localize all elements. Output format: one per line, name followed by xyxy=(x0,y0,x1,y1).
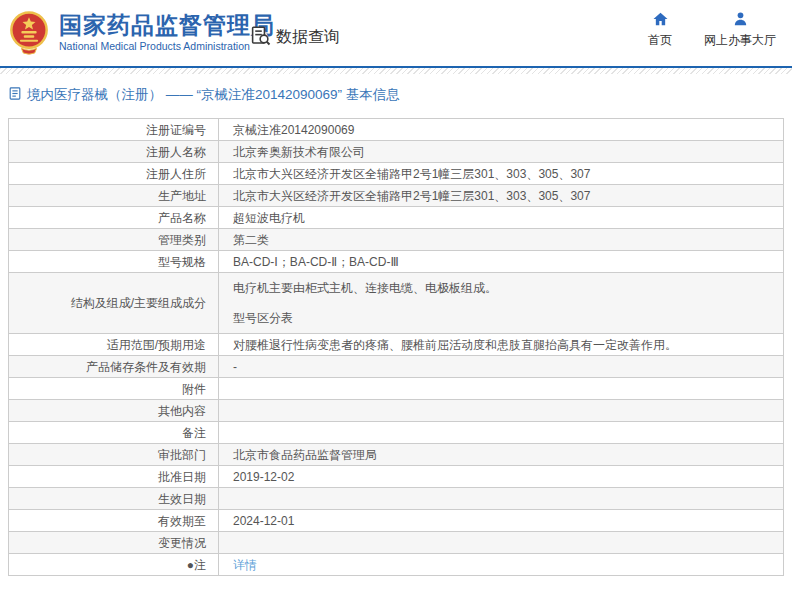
row-label: 生效日期 xyxy=(9,488,219,510)
table-row: 其他内容 xyxy=(9,400,784,422)
site-header: 国家药品监督管理局 National Medical Products Admi… xyxy=(0,0,792,66)
row-value: 第二类 xyxy=(219,229,784,251)
row-value: - xyxy=(219,356,784,378)
nav-home[interactable]: 首页 xyxy=(648,11,672,49)
table-row: 批准日期2019-12-02 xyxy=(9,466,784,488)
national-emblem-logo xyxy=(8,8,50,56)
document-search-icon xyxy=(250,25,271,50)
row-value: 2024-12-01 xyxy=(219,510,784,532)
row-label: 结构及组成/主要组成成分 xyxy=(9,273,219,334)
row-label: 备注 xyxy=(9,422,219,444)
row-label: 产品储存条件及有效期 xyxy=(9,356,219,378)
table-row: 审批部门北京市食品药品监督管理局 xyxy=(9,444,784,466)
table-row: 产品储存条件及有效期- xyxy=(9,356,784,378)
row-value: 电疗机主要由柜式主机、连接电缆、电极板组成。型号区分表 xyxy=(219,273,784,334)
table-row: 注册人住所北京市大兴区经济开发区全辅路甲2号1幢三层301、303、305、30… xyxy=(9,163,784,185)
row-value: 北京奔奥新技术有限公司 xyxy=(219,141,784,163)
table-row: 产品名称超短波电疗机 xyxy=(9,207,784,229)
site-title: 国家药品监督管理局 xyxy=(59,12,275,38)
table-row: ●注详情 xyxy=(9,554,784,576)
row-label: 注册证编号 xyxy=(9,119,219,141)
row-value: BA-CD-Ⅰ；BA-CD-Ⅱ；BA-CD-Ⅲ xyxy=(219,251,784,273)
header-nav: 首页 网上办事大厅 xyxy=(648,11,776,49)
row-label: 有效期至 xyxy=(9,510,219,532)
nav-service-hall-label: 网上办事大厅 xyxy=(704,32,776,49)
row-value-line: 型号区分表 xyxy=(233,310,775,326)
row-value: 详情 xyxy=(219,554,784,576)
table-row: 变更情况 xyxy=(9,532,784,554)
row-label: 附件 xyxy=(9,378,219,400)
row-label: 适用范围/预期用途 xyxy=(9,334,219,356)
registration-info-table: 注册证编号京械注准20142090069注册人名称北京奔奥新技术有限公司注册人住… xyxy=(8,118,784,576)
row-value xyxy=(219,378,784,400)
row-value: 对腰椎退行性病变患者的疼痛、腰椎前屈活动度和患肢直腿抬高具有一定改善作用。 xyxy=(219,334,784,356)
table-row: 管理类别第二类 xyxy=(9,229,784,251)
header-hatch-stripe xyxy=(0,68,792,74)
table-row: 结构及组成/主要组成成分电疗机主要由柜式主机、连接电缆、电极板组成。型号区分表 xyxy=(9,273,784,334)
row-value: 超短波电疗机 xyxy=(219,207,784,229)
table-row: 生效日期 xyxy=(9,488,784,510)
detail-link[interactable]: 详情 xyxy=(233,558,257,572)
row-value: 2019-12-02 xyxy=(219,466,784,488)
row-label: 生产地址 xyxy=(9,185,219,207)
breadcrumb: 境内医疗器械（注册） —— “京械注准20142090069” 基本信息 xyxy=(8,85,792,105)
table-row: 有效期至2024-12-01 xyxy=(9,510,784,532)
table-row: 生产地址北京市大兴区经济开发区全辅路甲2号1幢三层301、303、305、307 xyxy=(9,185,784,207)
table-row: 注册人名称北京奔奥新技术有限公司 xyxy=(9,141,784,163)
row-value: 北京市食品药品监督管理局 xyxy=(219,444,784,466)
nav-home-label: 首页 xyxy=(648,32,672,49)
row-label: 管理类别 xyxy=(9,229,219,251)
data-query-nav[interactable]: 数据查询 xyxy=(250,25,340,50)
row-value-line: 电疗机主要由柜式主机、连接电缆、电极板组成。 xyxy=(233,280,775,296)
data-query-label: 数据查询 xyxy=(276,27,340,48)
table-row: 注册证编号京械注准20142090069 xyxy=(9,119,784,141)
brand-logo: 国家药品监督管理局 National Medical Products Admi… xyxy=(8,8,275,56)
row-value: 北京市大兴区经济开发区全辅路甲2号1幢三层301、303、305、307 xyxy=(219,163,784,185)
row-label: 审批部门 xyxy=(9,444,219,466)
row-label: 其他内容 xyxy=(9,400,219,422)
table-row: 附件 xyxy=(9,378,784,400)
table-row: 型号规格BA-CD-Ⅰ；BA-CD-Ⅱ；BA-CD-Ⅲ xyxy=(9,251,784,273)
person-icon xyxy=(732,11,749,27)
row-label: 变更情况 xyxy=(9,532,219,554)
table-row: 适用范围/预期用途对腰椎退行性病变患者的疼痛、腰椎前屈活动度和患肢直腿抬高具有一… xyxy=(9,334,784,356)
row-label: 注册人住所 xyxy=(9,163,219,185)
nav-service-hall[interactable]: 网上办事大厅 xyxy=(704,11,776,49)
site-subtitle: National Medical Products Administration xyxy=(59,40,275,52)
row-label: 批准日期 xyxy=(9,466,219,488)
row-value xyxy=(219,488,784,510)
document-icon xyxy=(8,86,22,104)
row-label: ●注 xyxy=(9,554,219,576)
breadcrumb-text: 境内医疗器械（注册） —— “京械注准20142090069” 基本信息 xyxy=(27,86,400,104)
table-row: 备注 xyxy=(9,422,784,444)
row-value xyxy=(219,400,784,422)
row-label: 型号规格 xyxy=(9,251,219,273)
row-value: 北京市大兴区经济开发区全辅路甲2号1幢三层301、303、305、307 xyxy=(219,185,784,207)
row-value: 京械注准20142090069 xyxy=(219,119,784,141)
row-value xyxy=(219,422,784,444)
home-icon xyxy=(652,11,669,27)
row-value xyxy=(219,532,784,554)
row-label: 产品名称 xyxy=(9,207,219,229)
row-label: 注册人名称 xyxy=(9,141,219,163)
